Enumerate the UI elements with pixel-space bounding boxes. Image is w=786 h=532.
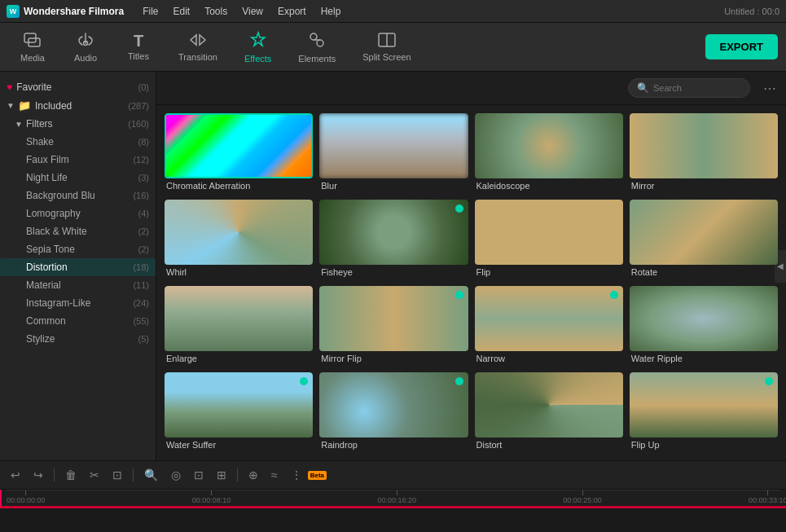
effect-item-flip[interactable]: Flip	[475, 200, 623, 279]
sidebar-item-included[interactable]: ▼ 📁 Included (287)	[0, 96, 156, 115]
included-count: (287)	[128, 101, 149, 111]
effect-thumbnail	[319, 286, 468, 351]
menu-file[interactable]: File	[136, 4, 165, 19]
effect-item-chromatic-aberration[interactable]: Chromatic Aberration	[165, 113, 313, 193]
toolbar-effects[interactable]: Effects	[233, 27, 283, 68]
search-icon: 🔍	[637, 82, 649, 94]
sidebar-item-distortion[interactable]: Distortion (18)	[0, 258, 156, 276]
heart-icon: ♥	[7, 81, 12, 93]
audio-icon	[77, 32, 94, 51]
more-button[interactable]: ⋮	[287, 466, 306, 484]
effect-item-enlarge[interactable]: Enlarge	[165, 286, 313, 366]
stylize-count: (5)	[138, 334, 149, 344]
time-label-1: 00:00:08:10	[192, 496, 231, 504]
toolbar-titles[interactable]: T Titles	[114, 27, 163, 68]
delete-button[interactable]: 🗑	[61, 466, 81, 484]
media-label: Media	[20, 53, 45, 63]
timeline-content[interactable]	[0, 506, 786, 532]
toolbar: Media Audio T Titles Transition Effects …	[0, 23, 786, 72]
sidebar-item-filters[interactable]: ▼ Filters (160)	[0, 115, 156, 133]
effect-item-raindrop[interactable]: Raindrop	[319, 372, 468, 452]
audio-button[interactable]: ≈	[267, 466, 282, 484]
toolbar-split-screen[interactable]: Split Screen	[351, 27, 422, 68]
effect-dot-indicator	[455, 377, 463, 385]
sidebar-item-shake[interactable]: Shake (8)	[0, 133, 156, 151]
effect-item-water-ripple[interactable]: Water Ripple	[630, 286, 778, 366]
chevron-down-icon: ▼	[7, 101, 15, 110]
menu-help[interactable]: Help	[314, 4, 348, 19]
sidebar-item-common[interactable]: Common (55)	[0, 312, 156, 330]
split-screen-icon	[378, 33, 396, 50]
effect-thumbnail-inner	[165, 200, 313, 265]
sidebar-item-material[interactable]: Material (11)	[0, 276, 156, 294]
effect-item-flip-up[interactable]: Flip Up	[630, 372, 778, 452]
sidebar-item-black-white[interactable]: Black & White (2)	[0, 222, 156, 240]
beta-badge: Beta	[308, 471, 327, 480]
effect-item-distort[interactable]: Distort	[475, 372, 623, 452]
effect-name-label: Fisheye	[319, 265, 468, 279]
crop-button[interactable]: ⊡	[108, 466, 126, 484]
cut-button[interactable]: ✂	[86, 466, 103, 484]
sepia-label: Sepia Tone	[26, 244, 138, 255]
effect-thumbnail	[630, 113, 778, 178]
effect-item-mirror-flip[interactable]: Mirror Flip	[319, 286, 468, 366]
layout-button[interactable]: ⊞	[213, 466, 231, 484]
effect-item-mirror[interactable]: Mirror	[630, 113, 778, 193]
export-button[interactable]: EXPORT	[705, 34, 778, 59]
transition-icon	[189, 33, 207, 50]
bw-count: (2)	[138, 226, 149, 236]
effect-item-water-suffer[interactable]: Water Suffer	[165, 372, 313, 452]
toolbar-media[interactable]: Media	[8, 27, 57, 68]
zoom-button[interactable]: 🔍	[140, 466, 162, 484]
app-name: Wondershare Filmora	[24, 6, 124, 17]
effect-thumbnail-inner	[165, 286, 313, 351]
motion-button[interactable]: ⊡	[190, 466, 208, 484]
menu-tools[interactable]: Tools	[198, 4, 234, 19]
sidebar-item-background-blur[interactable]: Background Blu (16)	[0, 187, 156, 204]
effect-name-label: Water Ripple	[630, 351, 778, 366]
playhead[interactable]	[0, 490, 2, 506]
grid-view-icon[interactable]: ⋯	[763, 81, 776, 96]
effect-name-label: Kaleidoscope	[475, 178, 623, 193]
effects-fx-button[interactable]: ◎	[167, 466, 185, 484]
search-box[interactable]: 🔍	[628, 78, 750, 98]
toolbar-elements[interactable]: Elements	[287, 27, 347, 68]
effect-item-blur[interactable]: Blur	[319, 113, 468, 193]
menu-export[interactable]: Export	[271, 4, 313, 19]
effect-item-rotate[interactable]: Rotate	[630, 200, 778, 279]
effect-name-label: Mirror Flip	[319, 351, 468, 366]
menu-bar: File Edit Tools View Export Help	[136, 4, 347, 19]
audio-label: Audio	[74, 53, 97, 63]
effect-thumbnail	[630, 372, 778, 437]
redo-button[interactable]: ↪	[29, 466, 47, 484]
sidebar-item-instagram[interactable]: Instagram-Like (24)	[0, 294, 156, 312]
menu-view[interactable]: View	[235, 4, 270, 19]
effect-item-fisheye[interactable]: Fisheye	[319, 200, 468, 279]
lomography-label: Lomography	[26, 208, 138, 219]
sidebar-item-night-life[interactable]: Night Life (3)	[0, 169, 156, 187]
sidebar-item-stylize[interactable]: Stylize (5)	[0, 330, 156, 348]
toolbar-transition[interactable]: Transition	[167, 27, 229, 68]
menu-edit[interactable]: Edit	[166, 4, 196, 19]
sidebar-item-sepia[interactable]: Sepia Tone (2)	[0, 240, 156, 258]
toolbar-audio[interactable]: Audio	[61, 27, 110, 68]
effect-item-kaleidoscope[interactable]: Kaleidoscope	[475, 113, 623, 193]
effect-thumbnail-inner	[475, 286, 623, 351]
shake-count: (8)	[138, 137, 149, 147]
effect-thumbnail-inner	[475, 113, 623, 178]
effect-thumbnail	[630, 286, 778, 351]
sidebar-item-favorite[interactable]: ♥ Favorite (0)	[0, 78, 156, 96]
lomography-count: (4)	[138, 209, 149, 218]
sidebar-item-lomography[interactable]: Lomography (4)	[0, 204, 156, 222]
time-label-3: 00:00:25:00	[563, 496, 602, 504]
toolbar-separator-1	[54, 468, 55, 481]
keyframe-button[interactable]: ⊕	[244, 466, 262, 484]
favorite-label: Favorite	[16, 81, 138, 93]
undo-button[interactable]: ↩	[7, 466, 24, 484]
search-input[interactable]	[653, 83, 741, 93]
sidebar-item-faux-film[interactable]: Faux Film (12)	[0, 151, 156, 169]
effect-thumbnail	[165, 372, 313, 437]
media-icon	[24, 32, 42, 51]
effect-item-narrow[interactable]: Narrow	[475, 286, 623, 366]
effect-item-whirl[interactable]: Whirl	[165, 200, 313, 279]
